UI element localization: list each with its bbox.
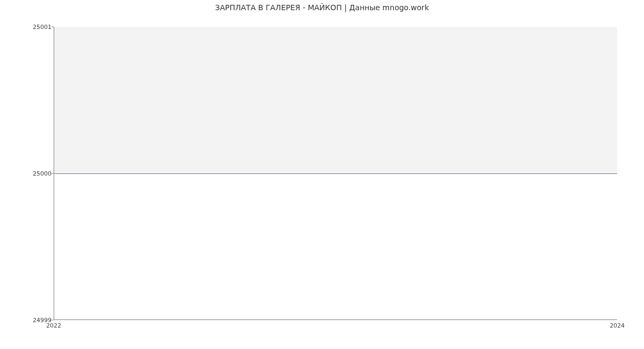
data-line-series: [54, 173, 617, 174]
chart-container: ЗАРПЛАТА В ГАЛЕРЕЯ - МАЙКОП | Данные mno…: [0, 0, 644, 349]
plot-area: [54, 27, 617, 320]
x-tick-label: 2022: [46, 322, 61, 329]
y-tick-label: 24999: [3, 317, 52, 324]
y-tick-label: 25000: [3, 170, 52, 177]
chart-title: ЗАРПЛАТА В ГАЛЕРЕЯ - МАЙКОП | Данные mno…: [0, 3, 644, 12]
plot-background-upper: [54, 27, 617, 173]
y-tick-label: 25001: [3, 24, 52, 31]
x-tick-label: 2024: [610, 322, 625, 329]
